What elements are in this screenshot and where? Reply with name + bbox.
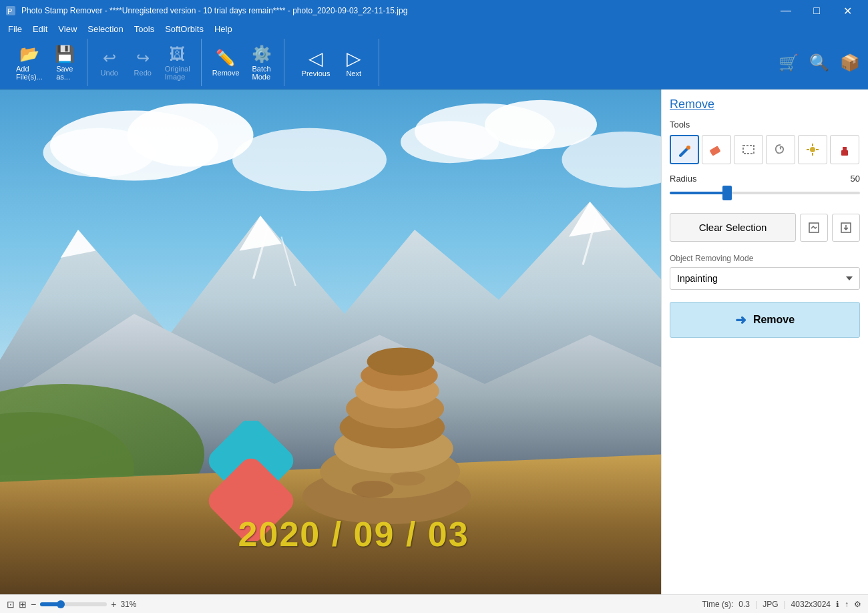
radius-row: Radius 50	[670, 174, 860, 184]
redo-label: Redo	[134, 69, 152, 77]
zoom-fit-icon[interactable]: ⊡	[7, 599, 15, 610]
next-button[interactable]: ▷ Next	[339, 45, 368, 80]
toolbar-right: 🛒 🔍 📦	[776, 51, 863, 75]
minimize-button[interactable]: —	[771, 0, 801, 21]
rect-select-tool-button[interactable]	[734, 135, 763, 164]
dimensions-value: 4032x3024	[791, 600, 831, 609]
menu-file[interactable]: File	[3, 23, 27, 35]
svg-point-29	[367, 347, 435, 375]
right-panel: Remove Tools Radius	[661, 89, 868, 594]
svg-rect-36	[743, 146, 754, 154]
svg-point-30	[352, 481, 394, 497]
toolbar: 📂 AddFile(s)... 💾 Saveas... ↩ Undo ↪ Red…	[0, 36, 868, 89]
remove-tools-group: ✏️ Remove ⚙️ BatchMode	[202, 39, 284, 86]
svg-rect-35	[709, 146, 720, 156]
eraser-tool-button[interactable]	[702, 135, 731, 164]
svg-point-34	[686, 146, 690, 150]
previous-button[interactable]: ◁ Previous	[295, 45, 337, 80]
object-removing-mode-label: Object Removing Mode	[670, 254, 860, 263]
previous-icon: ◁	[308, 47, 323, 69]
original-image-label: OriginalImage	[165, 65, 190, 81]
radius-slider-track	[670, 192, 860, 194]
clear-selection-area: Clear Selection	[670, 213, 860, 242]
svg-point-10	[232, 128, 387, 192]
batch-mode-button[interactable]: ⚙️ BatchMode	[245, 42, 278, 83]
original-image-icon: 🖼	[170, 45, 186, 63]
menu-tools[interactable]: Tools	[129, 23, 160, 35]
tools-row	[670, 135, 860, 164]
cube-icon[interactable]: 📦	[837, 51, 863, 75]
stamp-tool-button[interactable]	[830, 135, 859, 164]
remove-icon: ✏️	[216, 49, 236, 67]
object-removing-mode-select[interactable]: Inpainting Smart Fill Move/Clone	[670, 267, 860, 290]
zoom-out-button[interactable]: −	[31, 599, 36, 610]
menu-edit[interactable]: Edit	[27, 23, 53, 35]
menu-help[interactable]: Help	[209, 23, 238, 35]
statusbar: ⊡ ⊞ − + 31% Time (s): 0.3 | JPG | 4032x3…	[0, 594, 868, 613]
undo-icon: ↩	[103, 49, 116, 67]
menu-softorbits[interactable]: SoftOrbits	[160, 23, 209, 35]
nav-group: ◁ Previous ▷ Next	[284, 39, 379, 86]
clear-selection-button[interactable]: Clear Selection	[670, 213, 796, 242]
remove-button-toolbar[interactable]: ✏️ Remove	[207, 46, 245, 79]
radius-slider-fill	[670, 192, 727, 194]
zoom-slider-thumb[interactable]	[57, 600, 65, 608]
close-button[interactable]: ✕	[832, 0, 863, 21]
undo-button[interactable]: ↩ Undo	[93, 46, 126, 79]
menubar: File Edit View Selection Tools SoftOrbit…	[0, 21, 868, 36]
save-as-label: Saveas...	[56, 65, 73, 81]
svg-point-8	[401, 121, 499, 163]
statusbar-right: Time (s): 0.3 | JPG | 4032x3024 ℹ ↑ ⚙	[702, 600, 861, 609]
window-title: Photo Stamp Remover - ****Unregistered v…	[21, 6, 771, 15]
brush-tool-button[interactable]	[670, 135, 699, 164]
zoom-actual-icon[interactable]: ⊞	[19, 599, 27, 610]
undo-label: Undo	[101, 69, 118, 77]
radius-value: 50	[851, 174, 860, 184]
magic-wand-tool-button[interactable]	[798, 135, 827, 164]
share-icon[interactable]: ↑	[845, 600, 849, 609]
remove-button-label: Remove	[753, 314, 795, 326]
next-label: Next	[346, 69, 361, 77]
canvas-area[interactable]: 2020 / 09 / 03	[0, 89, 661, 594]
next-icon: ▷	[347, 47, 361, 69]
window-controls: — □ ✕	[771, 0, 863, 21]
settings-icon[interactable]: ⚙	[854, 600, 861, 609]
file-tools-group: 📂 AddFile(s)... 💾 Saveas...	[5, 39, 87, 86]
save-as-button[interactable]: 💾 Saveas...	[48, 42, 81, 83]
redo-button[interactable]: ↪ Redo	[126, 46, 160, 79]
radius-slider-thumb[interactable]	[722, 186, 732, 200]
format-value: JPG	[763, 600, 778, 609]
time-label: Time (s):	[702, 600, 733, 609]
info-icon[interactable]: ℹ	[836, 600, 839, 609]
zoom-percent: 31%	[120, 600, 142, 609]
main-layout: 2020 / 09 / 03 Remove Tools	[0, 89, 868, 594]
svg-point-31	[390, 471, 425, 485]
radius-slider-container	[670, 186, 860, 200]
original-image-button[interactable]: 🖼 OriginalImage	[160, 42, 196, 83]
lasso-tool-button[interactable]	[766, 135, 795, 164]
tools-label: Tools	[670, 120, 860, 130]
menu-view[interactable]: View	[53, 23, 82, 35]
add-files-label: AddFile(s)...	[16, 65, 43, 81]
zoom-controls: ⊡ ⊞ − + 31%	[7, 599, 142, 610]
maximize-button[interactable]: □	[801, 0, 832, 21]
save-selection-button[interactable]	[832, 214, 860, 242]
zoom-slider[interactable]	[40, 602, 107, 606]
select-from-file-button[interactable]	[800, 214, 828, 242]
svg-rect-43	[843, 147, 847, 151]
svg-text:P: P	[7, 7, 12, 15]
redo-icon: ↪	[136, 49, 150, 67]
time-value: 0.3	[738, 600, 750, 609]
titlebar: P Photo Stamp Remover - ****Unregistered…	[0, 0, 868, 21]
remove-label: Remove	[212, 69, 240, 77]
zoom-in-button[interactable]: +	[111, 599, 116, 610]
save-as-icon: 💾	[55, 45, 75, 63]
svg-point-5	[43, 128, 156, 178]
radius-label: Radius	[670, 174, 696, 184]
add-files-button[interactable]: 📂 AddFile(s)...	[11, 42, 48, 83]
cart-icon[interactable]: 🛒	[776, 51, 801, 75]
remove-action-button[interactable]: ➜ Remove	[670, 302, 860, 338]
search-icon[interactable]: 🔍	[807, 51, 832, 75]
watermark-date: 2020 / 09 / 03	[238, 514, 469, 554]
menu-selection[interactable]: Selection	[82, 23, 128, 35]
